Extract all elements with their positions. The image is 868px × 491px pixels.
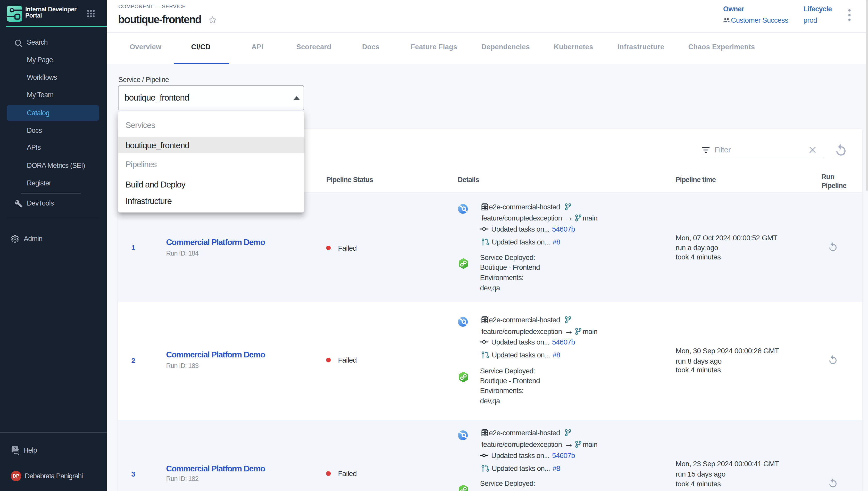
svg-text:?: ? — [14, 446, 16, 451]
